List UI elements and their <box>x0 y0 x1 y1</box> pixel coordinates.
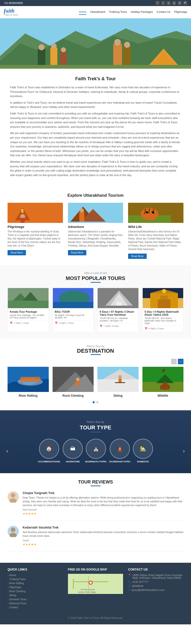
bali-title: BALI TOUR <box>55 310 92 313</box>
type-domestic[interactable]: 🏡 DOMESTIC <box>133 439 153 463</box>
tour-type-items: 🏠 ACCOMMODATIONS 🏔 ADVENTURE ⛪ BADRINATH… <box>12 439 179 463</box>
wildlife-dest-image <box>142 367 184 392</box>
pilgrimage-read-more[interactable]: Read More <box>8 250 26 255</box>
logo[interactable]: faith Trek's & Tours <box>4 8 18 16</box>
nav-links: Home Uttarakhand Trekking Tours Holiday … <box>79 9 187 15</box>
svg-rect-13 <box>123 46 131 66</box>
nav-pilgrimage[interactable]: Pilgrimage <box>174 9 187 15</box>
tour-type-underline <box>91 432 101 432</box>
dest-next-btn[interactable]: › <box>178 359 183 364</box>
nav-holiday[interactable]: Holiday Packages <box>131 9 153 15</box>
googleplus-icon[interactable]: g <box>172 1 176 5</box>
explore-adventure: Adventure Uttaranchal /Uttarakhand is a … <box>68 203 123 259</box>
footer-link-climbing[interactable]: Rock Climbing <box>8 590 63 593</box>
dest-climbing[interactable]: Rock Climbing <box>53 367 94 397</box>
pilgrimage-title: Pilgrimage <box>8 225 63 229</box>
nav-home[interactable]: Home <box>79 9 86 15</box>
dest-rafting[interactable]: River Rafting <box>8 367 49 397</box>
facebook-icon[interactable]: f <box>156 1 160 5</box>
tour-dham[interactable]: 8 Days / 07 Nights 3 Dham Yatra from Har… <box>97 288 139 332</box>
svg-rect-63 <box>97 379 139 392</box>
kerala-image <box>8 288 49 308</box>
popular-underline <box>91 282 101 283</box>
tour-type-next[interactable]: › <box>182 447 186 455</box>
wildlife-dest-title: Wildlife <box>142 394 184 397</box>
footer-bottom: © 2018 Faith Trek's & Tours. All Rights … <box>8 614 183 619</box>
svg-rect-54 <box>20 377 40 382</box>
reviews-section: TOUR REVIEWS Chopta Tungnath Trek Dear T… <box>0 473 191 563</box>
dest-dots <box>8 400 183 404</box>
explore-section: Explore Uttarakhand Tourism Pilgrimage T… <box>0 187 191 265</box>
footer-link-rafting[interactable]: River Rafting <box>8 582 63 585</box>
dest-prev-btn[interactable]: ‹ <box>171 359 177 364</box>
reviews-title: TOUR REVIEWS <box>8 479 183 485</box>
footer-link-pilgrimage[interactable]: Pilgrimage <box>8 586 63 589</box>
svg-rect-74 <box>160 386 162 389</box>
type-accommodations[interactable]: 🏠 ACCOMMODATIONS <box>38 439 60 463</box>
reviewer-1-name: Nick Russell <box>23 508 183 511</box>
wildlife-title: Wild Life <box>128 225 183 229</box>
kerala-price: Kerala Tour Package - Rs 24,999/- PP INC… <box>10 314 47 319</box>
dot-1[interactable] <box>93 401 95 403</box>
tour-badrinath[interactable]: 5 Day / 4 Nights Badrinath Dham Yathra 2… <box>142 288 184 332</box>
nav-trekking[interactable]: Trekking Tours <box>109 9 127 15</box>
svg-rect-85 <box>73 579 74 589</box>
dot-2[interactable] <box>96 401 98 403</box>
dest-wildlife[interactable]: Wildlife <box>142 367 184 397</box>
logo-text: faith <box>4 8 18 14</box>
popular-tours-section: Take a Look at Our MOST POPULAR TOURS Ke… <box>0 265 191 338</box>
type-badrinath[interactable]: ⛪ BADRINATH YATRA <box>85 439 107 463</box>
type-chardham-circle: 🛕 <box>110 439 130 459</box>
review-2: Kedarnath Vasukital Trek Sed faucibus pl… <box>8 526 183 551</box>
tour-type-subtitle: Find a Tour by <box>5 420 186 423</box>
pilgrimage-text: The Himalaya is the mystical dwelling of… <box>8 230 63 248</box>
domestic-icon: 🏡 <box>140 446 146 452</box>
review-1-tour: Chopta Tungnath Trek <box>23 491 183 495</box>
tour-kerala[interactable]: Kerala Tour Package Kerala Tour Package … <box>8 288 49 332</box>
review-2-text: Sed faucibus placerat ullamcorper partur… <box>23 530 183 538</box>
wildlife-read-more[interactable]: Read More <box>128 254 146 259</box>
reviewer-2-name: Justin <box>23 539 183 542</box>
badrinath-icon: ⛪ <box>93 446 99 452</box>
svg-point-51 <box>162 289 166 293</box>
type-adventure[interactable]: 🏔 ADVENTURE <box>63 439 83 463</box>
footer-link-home[interactable]: Home <box>8 574 63 577</box>
type-accommodations-circle: 🏠 <box>39 439 59 459</box>
footer-link-contact[interactable]: Contact <box>8 606 63 609</box>
wildlife-text: Uttaranchal/Uttarakhand is also famous f… <box>128 230 183 251</box>
type-chardham[interactable]: 🛕 CHARDHAM YATRA <box>109 439 131 463</box>
footer: QUICK LINKS Home Trekking Tours River Ra… <box>0 563 191 624</box>
badrinath-info: 5 Day / 4 Nights Badrinath Dham Yathra 2… <box>143 308 183 332</box>
svg-point-32 <box>146 211 148 213</box>
dest-skiing[interactable]: Skiing <box>97 367 139 397</box>
footer-contact-col: CONTACT US 📍 18/8/1 Rajpur Road, Aagahe … <box>128 568 183 610</box>
adventure-read-more[interactable]: Read More <box>68 250 86 255</box>
about-p3: Faith Trek's & Tours is not only committ… <box>10 111 181 129</box>
contact-email: ✉ query@faithtrekandtours.com <box>128 589 183 591</box>
linkedin-icon[interactable]: in <box>178 1 182 5</box>
nav-contact[interactable]: Contact Us <box>157 9 170 15</box>
type-badrinath-circle: ⛪ <box>86 439 106 459</box>
svg-rect-24 <box>79 212 84 222</box>
badrinath-title: 5 Day / 4 Nights Badrinath Dham Yathra 2… <box>145 310 181 316</box>
footer-link-historical[interactable]: Historical Tours <box>8 602 63 605</box>
search-icon[interactable]: 🔍 <box>183 1 187 5</box>
youtube-icon[interactable]: y <box>167 1 171 5</box>
footer-link-skiing[interactable]: Skiing <box>8 594 63 597</box>
google-map[interactable]: Sri Ram Courier Laxman Chowk, Rajpur <box>68 574 123 594</box>
svg-rect-75 <box>168 386 170 389</box>
email-icon: ✉ <box>128 589 130 591</box>
footer-link-domestic[interactable]: Domestic Tours <box>8 598 63 601</box>
tour-type-prev[interactable]: ‹ <box>5 447 9 455</box>
contact-email2: @ @faithtrek <box>128 585 183 587</box>
twitter-icon[interactable]: t <box>161 1 165 5</box>
nav-uttarakhand[interactable]: Uttarakhand <box>90 9 105 15</box>
dest-underline <box>91 354 101 355</box>
tour-bali[interactable]: BALI TOUR 05 Nights / 06 Days in just Rs… <box>53 288 94 332</box>
logo-sub: Trek's & Tours <box>4 14 18 16</box>
footer-link-trekking[interactable]: Trekking Tours <box>8 578 63 581</box>
kerala-meta: 📅1 Night, 4 Days <box>10 320 47 324</box>
about-p2: In addition to Trek's and Tours, we do b… <box>10 101 181 109</box>
top-bar: +91-8938649999 f t y g in 🔍 <box>0 0 191 6</box>
footer-map-col: FIND US ON GOOGLE MAP Sri Ram Courier La… <box>68 568 123 610</box>
